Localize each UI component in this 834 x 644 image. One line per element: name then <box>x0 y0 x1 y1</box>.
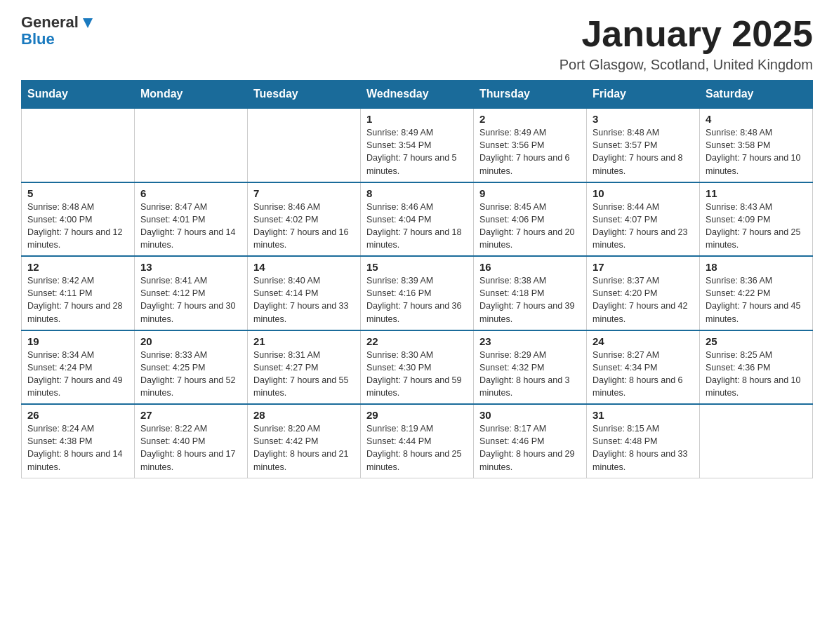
calendar-day-13: 13Sunrise: 8:41 AMSunset: 4:12 PMDayligh… <box>135 256 248 330</box>
calendar-day-8: 8Sunrise: 8:46 AMSunset: 4:04 PMDaylight… <box>361 182 474 257</box>
logo: General Blue <box>21 14 95 48</box>
day-number: 23 <box>479 335 581 347</box>
calendar-day-15: 15Sunrise: 8:39 AMSunset: 4:16 PMDayligh… <box>361 256 474 330</box>
day-number: 25 <box>706 335 807 347</box>
calendar-day-4: 4Sunrise: 8:48 AMSunset: 3:58 PMDaylight… <box>700 108 813 182</box>
calendar-subtitle: Port Glasgow, Scotland, United Kingdom <box>560 57 813 73</box>
day-number: 13 <box>140 261 241 273</box>
calendar-title: January 2025 <box>560 14 813 54</box>
day-number: 18 <box>706 261 807 273</box>
calendar-day-18: 18Sunrise: 8:36 AMSunset: 4:22 PMDayligh… <box>700 256 813 330</box>
column-header-monday: Monday <box>135 81 248 109</box>
calendar-day-16: 16Sunrise: 8:38 AMSunset: 4:18 PMDayligh… <box>474 256 587 330</box>
day-info: Sunrise: 8:47 AMSunset: 4:01 PMDaylight:… <box>140 201 241 252</box>
column-header-saturday: Saturday <box>700 81 813 109</box>
column-header-friday: Friday <box>587 81 700 109</box>
day-number: 20 <box>140 335 241 347</box>
calendar-day-29: 29Sunrise: 8:19 AMSunset: 4:44 PMDayligh… <box>361 404 474 478</box>
day-number: 8 <box>366 187 468 199</box>
day-number: 1 <box>366 113 468 125</box>
day-info: Sunrise: 8:34 AMSunset: 4:24 PMDaylight:… <box>27 349 128 400</box>
day-number: 21 <box>253 335 355 347</box>
title-area: January 2025 Port Glasgow, Scotland, Uni… <box>560 14 813 73</box>
calendar-week-row: 12Sunrise: 8:42 AMSunset: 4:11 PMDayligh… <box>22 256 813 330</box>
logo-text-general: General <box>21 14 79 31</box>
calendar-day-5: 5Sunrise: 8:48 AMSunset: 4:00 PMDaylight… <box>22 182 135 257</box>
day-number: 11 <box>706 187 807 199</box>
calendar-table: SundayMondayTuesdayWednesdayThursdayFrid… <box>21 80 813 478</box>
day-number: 17 <box>593 261 694 273</box>
day-number: 19 <box>27 335 128 347</box>
day-info: Sunrise: 8:42 AMSunset: 4:11 PMDaylight:… <box>27 274 128 326</box>
day-number: 14 <box>253 261 355 273</box>
day-number: 9 <box>479 187 581 199</box>
day-number: 7 <box>253 187 355 199</box>
day-info: Sunrise: 8:31 AMSunset: 4:27 PMDaylight:… <box>253 349 355 400</box>
svg-marker-0 <box>83 18 93 28</box>
column-header-tuesday: Tuesday <box>248 81 361 109</box>
calendar-week-row: 26Sunrise: 8:24 AMSunset: 4:38 PMDayligh… <box>22 404 813 478</box>
calendar-empty-cell <box>135 108 248 182</box>
day-number: 27 <box>140 409 241 421</box>
column-header-thursday: Thursday <box>474 81 587 109</box>
calendar-week-row: 19Sunrise: 8:34 AMSunset: 4:24 PMDayligh… <box>22 330 813 405</box>
day-info: Sunrise: 8:37 AMSunset: 4:20 PMDaylight:… <box>593 274 694 326</box>
calendar-day-21: 21Sunrise: 8:31 AMSunset: 4:27 PMDayligh… <box>248 330 361 405</box>
day-number: 26 <box>27 409 128 421</box>
calendar-day-14: 14Sunrise: 8:40 AMSunset: 4:14 PMDayligh… <box>248 256 361 330</box>
day-number: 6 <box>140 187 241 199</box>
day-number: 24 <box>593 335 694 347</box>
day-info: Sunrise: 8:29 AMSunset: 4:32 PMDaylight:… <box>479 349 581 400</box>
day-info: Sunrise: 8:40 AMSunset: 4:14 PMDaylight:… <box>253 274 355 326</box>
calendar-day-7: 7Sunrise: 8:46 AMSunset: 4:02 PMDaylight… <box>248 182 361 257</box>
day-number: 28 <box>253 409 355 421</box>
day-info: Sunrise: 8:22 AMSunset: 4:40 PMDaylight:… <box>140 422 241 474</box>
calendar-day-28: 28Sunrise: 8:20 AMSunset: 4:42 PMDayligh… <box>248 404 361 478</box>
calendar-day-12: 12Sunrise: 8:42 AMSunset: 4:11 PMDayligh… <box>22 256 135 330</box>
calendar-day-2: 2Sunrise: 8:49 AMSunset: 3:56 PMDaylight… <box>474 108 587 182</box>
day-info: Sunrise: 8:41 AMSunset: 4:12 PMDaylight:… <box>140 274 241 326</box>
page-header: General Blue January 2025 Port Glasgow, … <box>21 14 813 73</box>
day-number: 3 <box>593 113 694 125</box>
day-number: 4 <box>706 113 807 125</box>
day-info: Sunrise: 8:27 AMSunset: 4:34 PMDaylight:… <box>593 349 694 400</box>
day-info: Sunrise: 8:48 AMSunset: 3:57 PMDaylight:… <box>593 126 694 177</box>
calendar-day-22: 22Sunrise: 8:30 AMSunset: 4:30 PMDayligh… <box>361 330 474 405</box>
day-number: 30 <box>479 409 581 421</box>
calendar-day-6: 6Sunrise: 8:47 AMSunset: 4:01 PMDaylight… <box>135 182 248 257</box>
calendar-day-9: 9Sunrise: 8:45 AMSunset: 4:06 PMDaylight… <box>474 182 587 257</box>
calendar-empty-cell <box>22 108 135 182</box>
day-info: Sunrise: 8:20 AMSunset: 4:42 PMDaylight:… <box>253 422 355 474</box>
calendar-day-20: 20Sunrise: 8:33 AMSunset: 4:25 PMDayligh… <box>135 330 248 405</box>
day-info: Sunrise: 8:24 AMSunset: 4:38 PMDaylight:… <box>27 422 128 474</box>
day-number: 31 <box>593 409 694 421</box>
day-info: Sunrise: 8:49 AMSunset: 3:56 PMDaylight:… <box>479 126 581 177</box>
day-number: 5 <box>27 187 128 199</box>
day-info: Sunrise: 8:49 AMSunset: 3:54 PMDaylight:… <box>366 126 468 177</box>
day-number: 2 <box>479 113 581 125</box>
day-info: Sunrise: 8:48 AMSunset: 4:00 PMDaylight:… <box>27 201 128 252</box>
calendar-day-3: 3Sunrise: 8:48 AMSunset: 3:57 PMDaylight… <box>587 108 700 182</box>
day-info: Sunrise: 8:30 AMSunset: 4:30 PMDaylight:… <box>366 349 468 400</box>
calendar-day-26: 26Sunrise: 8:24 AMSunset: 4:38 PMDayligh… <box>22 404 135 478</box>
calendar-day-27: 27Sunrise: 8:22 AMSunset: 4:40 PMDayligh… <box>135 404 248 478</box>
day-info: Sunrise: 8:17 AMSunset: 4:46 PMDaylight:… <box>479 422 581 474</box>
day-number: 16 <box>479 261 581 273</box>
day-info: Sunrise: 8:46 AMSunset: 4:02 PMDaylight:… <box>253 201 355 252</box>
calendar-week-row: 5Sunrise: 8:48 AMSunset: 4:00 PMDaylight… <box>22 182 813 257</box>
day-info: Sunrise: 8:15 AMSunset: 4:48 PMDaylight:… <box>593 422 694 474</box>
logo-arrow-icon <box>80 15 95 31</box>
day-info: Sunrise: 8:19 AMSunset: 4:44 PMDaylight:… <box>366 422 468 474</box>
calendar-day-31: 31Sunrise: 8:15 AMSunset: 4:48 PMDayligh… <box>587 404 700 478</box>
day-info: Sunrise: 8:46 AMSunset: 4:04 PMDaylight:… <box>366 201 468 252</box>
calendar-empty-cell <box>248 108 361 182</box>
column-header-sunday: Sunday <box>22 81 135 109</box>
day-number: 10 <box>593 187 694 199</box>
calendar-day-23: 23Sunrise: 8:29 AMSunset: 4:32 PMDayligh… <box>474 330 587 405</box>
calendar-day-19: 19Sunrise: 8:34 AMSunset: 4:24 PMDayligh… <box>22 330 135 405</box>
day-number: 15 <box>366 261 468 273</box>
calendar-week-row: 1Sunrise: 8:49 AMSunset: 3:54 PMDaylight… <box>22 108 813 182</box>
logo-text-blue: Blue <box>21 31 95 48</box>
calendar-empty-cell <box>700 404 813 478</box>
day-info: Sunrise: 8:45 AMSunset: 4:06 PMDaylight:… <box>479 201 581 252</box>
